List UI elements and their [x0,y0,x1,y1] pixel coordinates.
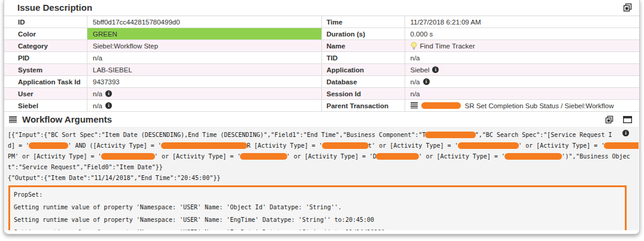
field-label: System [4,64,87,75]
code-text: ' or [Activity Type] = ' [518,142,605,149]
code-text: {"Output":{"Item Date":"11/14/2018","End… [8,175,220,181]
issue-description-panel: Issue Description ID5bff0d17cc4428157804… [4,0,640,234]
code-text: ' AND ([Activity Type] = ' [68,142,162,149]
field-value-pid: n/a [87,52,321,63]
table-row: Siebeln/ai [4,100,321,112]
field-label: Application [322,64,405,75]
redaction [458,142,519,149]
workflow-arguments-header: Workflow Arguments [4,112,639,127]
issue-table-left: ID5bff0d17cc442815780499d0ColorGREENCate… [4,16,322,112]
propset-highlight-box: PropSet:Getting runtime value of propert… [8,185,627,230]
field-value-name: Find Time Tracker [405,40,640,51]
table-row: ColorGREEN [4,28,321,40]
field-value-text: n/a [411,90,420,97]
field-value-siebel: n/ai [87,100,321,111]
code-line: {"Output":{"Item Date":"11/14/2018","End… [8,173,639,184]
issue-panel-header: Issue Description [4,0,639,16]
code-text: ' or [Activity Type] = ' [154,153,241,160]
workflow-json-lines: [{"Input":{"BC Sort Spec":"Item Date (DE… [8,130,639,184]
info-icon[interactable]: i [622,130,629,136]
info-icon[interactable]: i [105,90,112,97]
field-label: ID [4,16,87,28]
field-value-parent-transaction[interactable]: SR Set Completion Sub Status / Siebel:Wo… [405,100,640,111]
page-title: Issue Description [17,2,92,13]
redaction [161,142,247,149]
redaction [376,153,419,160]
transaction-list-icon [411,102,418,109]
field-value-text: GREEN [93,30,117,38]
field-label: Database [322,76,405,87]
workflow-arguments-title: Workflow Arguments [22,114,112,124]
field-value-text: 5bff0d17cc442815780499d0 [93,19,180,26]
open-window-icon[interactable] [623,116,632,123]
field-value-duration-s-: 0.000 s [405,28,640,39]
redaction [421,102,461,109]
code-line: PM' or [Activity Type] = '' or [Activity… [8,151,639,162]
field-value-text: Siebel:Workflow Step [93,42,158,50]
field-label: Parent Transaction [322,100,405,111]
field-label: Name [322,40,405,51]
field-label: Color [4,28,87,39]
propset-line: Getting runtime value of property 'Names… [14,201,621,213]
field-value-text: SR Set Completion Sub Status / Siebel:Wo… [465,102,614,109]
info-icon[interactable]: i [423,78,430,85]
field-value-tid: n/a [405,52,640,63]
field-label: User [4,88,87,99]
field-value-text: 9437393 [93,78,120,86]
table-row: ApplicationSiebeli [322,64,640,76]
field-value-text: 11/27/2018 6:21:09 AM [411,19,481,26]
redaction [322,142,369,149]
propset-line: Setting runtime value of property 'Names… [14,213,621,226]
issue-table-right: Time11/27/2018 6:21:09 AMDuration (s)0.0… [322,16,640,112]
code-text: t' or [Activity Type] = ' [368,142,458,149]
info-icon[interactable]: i [432,66,439,73]
field-value-category: Siebel:Workflow Step [87,40,321,51]
field-label: Session Id [322,88,405,99]
code-text: R [Activity Type] = ' [247,142,322,149]
code-text: t":"Service Request","Field0":"Item Date… [8,164,163,170]
redaction [604,142,639,149]
field-value-system: LAB-SIEBEL [87,64,321,75]
table-row: Time11/27/2018 6:21:09 AM [322,16,640,28]
table-row: Databasen/ai [322,76,640,88]
list-icon [9,116,17,123]
table-row: Usern/ai [4,88,321,100]
info-icon[interactable]: i [105,102,112,109]
table-row: CategorySiebel:Workflow Step [4,40,321,52]
redaction [240,153,287,160]
field-label: Duration (s) [322,28,405,39]
table-row: Duration (s)0.000 s [322,28,640,40]
field-label: Siebel [4,100,87,111]
table-row: TIDn/a [322,52,640,64]
field-value-text: n/a [93,90,102,97]
field-label: TID [322,52,405,63]
field-value-text: 0.000 s [411,30,433,38]
copy-icon[interactable] [605,115,613,124]
field-value-text: n/a [411,78,420,86]
field-label: Category [4,40,87,51]
table-row: NameFind Time Tracker [322,40,640,52]
field-value-id: 5bff0d17cc442815780499d0 [87,16,321,28]
table-row: Application Task Id9437393 [4,76,321,88]
field-value-text: n/a [93,102,102,109]
code-text: ","BC Search Spec":"[Service Request I [475,132,612,138]
field-label: Time [322,16,405,28]
redaction [101,153,155,160]
table-row: Parent TransactionSR Set Completion Sub … [322,100,640,112]
field-value-color: GREEN [87,28,321,39]
code-text: d] = ' [8,142,29,149]
workflow-arguments-code: [{"Input":{"BC Sort Spec":"Item Date (DE… [5,127,639,230]
field-value-text: n/a [93,54,102,62]
copy-icon[interactable] [623,3,632,12]
redaction [29,142,68,149]
redaction [505,153,562,160]
code-line: t":"Service Request","Field0":"Item Date… [8,162,639,173]
table-row: Session Idn/a [322,88,640,100]
code-text: [{"Input":{"BC Sort Spec":"Item Date (DE… [8,132,426,138]
code-text: ')","Business Objec [561,153,630,160]
propset-line: PropSet: [14,188,621,201]
propset-line: Setting runtime value of property 'Names… [14,226,621,230]
lightbulb-icon [411,42,417,50]
code-line: [{"Input":{"BC Sort Spec":"Item Date (DE… [8,130,639,141]
field-value-text: Siebel [411,66,430,74]
